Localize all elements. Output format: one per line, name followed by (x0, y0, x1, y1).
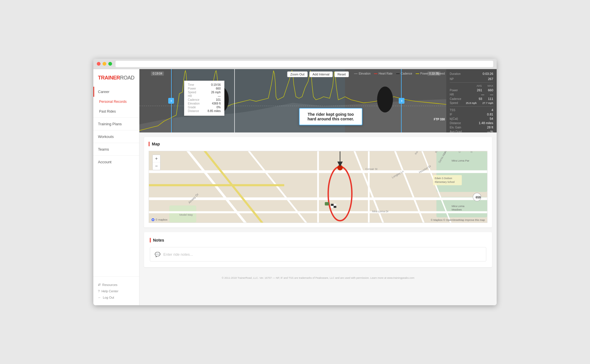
nav-divider-3 (93, 143, 139, 143)
notes-icon: 💬 (155, 252, 160, 257)
svg-text:Model Way: Model Way (179, 213, 193, 216)
sidebar-bottom: ⇄ Resources ? Help Center ← Log Out (93, 276, 139, 305)
oval-right (377, 87, 393, 113)
zoom-out-button[interactable]: Zoom Out (287, 71, 308, 77)
svg-text:Meadows: Meadows (452, 208, 462, 211)
legend-elevation: Elevation (354, 72, 370, 75)
sidebar-item-past-rides[interactable]: Past Rides (93, 107, 139, 116)
notes-placeholder: Enter ride notes... (163, 252, 193, 257)
mapbox-logo-icon (151, 218, 155, 221)
svg-text:Mira Loma: Mira Loma (452, 204, 465, 208)
help-center-link[interactable]: ? Help Center (98, 288, 135, 294)
minimize-button[interactable] (103, 62, 106, 66)
logout-link[interactable]: ← Log Out (98, 294, 135, 301)
svg-point-32 (337, 165, 343, 170)
url-bar[interactable] (116, 61, 493, 67)
main-content: 0:18:00 0:19:00 0:20:00 0:21:00 0:22:00 … (139, 69, 497, 305)
resources-icon: ⇄ (98, 283, 101, 287)
close-button[interactable] (97, 62, 101, 66)
map-section: Map (144, 137, 492, 227)
svg-rect-37 (325, 202, 329, 206)
sidebar-item-workouts[interactable]: Workouts (93, 132, 139, 142)
sidebar-item-career[interactable]: Career (93, 87, 139, 97)
sidebar-item-teams[interactable]: Teams (93, 144, 139, 154)
help-icon: ? (98, 289, 100, 293)
sidebar-item-personal-records[interactable]: Personal Records (93, 97, 139, 107)
chart-legend: Elevation Heart Rate Cadence Power (354, 72, 445, 75)
legend-power: Power (416, 72, 428, 75)
sidebar-item-training-plans[interactable]: Training Plans (93, 119, 139, 129)
nav-divider-4 (93, 156, 139, 156)
app-layout: TRAINERROAD Career Personal Records Past… (93, 69, 497, 305)
add-interval-button[interactable]: Add Interval (309, 71, 333, 77)
nav-section: Career Personal Records Past Rides Train… (93, 87, 139, 276)
svg-rect-36 (334, 206, 336, 208)
logo: TRAINERROAD (93, 69, 139, 87)
handle-btn-right[interactable]: ⏸ (399, 98, 404, 104)
reset-button[interactable]: Reset (334, 71, 349, 77)
map-zoom-out-button[interactable]: − (153, 162, 160, 170)
sidebar: TRAINERROAD Career Personal Records Past… (93, 69, 139, 305)
logo-road: ROAD (120, 75, 135, 81)
handle-btn-left[interactable]: ⏸ (168, 98, 174, 104)
ftp-label: FTP 330 (434, 118, 445, 121)
window-controls (97, 62, 112, 66)
map-zoom-in-button[interactable]: + (153, 155, 160, 162)
svg-text:659: 659 (476, 196, 481, 199)
app-window: TRAINERROAD Career Personal Records Past… (93, 59, 497, 305)
chart-stats: Duration 0:03:26 NP 267 AVG MAX Power (446, 69, 497, 132)
chart-tooltip: Time 0:19:56 Power 660 Speed 26 mph HR — (184, 81, 224, 116)
svg-rect-38 (433, 175, 462, 185)
map-title: Map (149, 142, 487, 146)
legend-cadence: Cadence (396, 72, 412, 75)
map-container[interactable]: Airway Dr Model Way Corsair St Longley L… (149, 151, 487, 223)
chart-area: 0:18:00 0:19:00 0:20:00 0:21:00 0:22:00 … (139, 69, 497, 132)
svg-text:Mira Loma Dr: Mira Loma Dr (372, 210, 389, 213)
map-controls: + − (152, 155, 160, 170)
legend-hr: Heart Rate (374, 72, 392, 75)
logo-trainer: TRAINER (98, 75, 120, 81)
resources-link[interactable]: ⇄ Resources (98, 281, 135, 288)
chart-toolbar: Zoom Out Add Interval Reset (287, 71, 349, 77)
svg-text:Mira Loma Par: Mira Loma Par (452, 159, 469, 162)
notes-title: Notes (150, 238, 486, 242)
footer: © 2011-2018 TrainerRoad, LLC. Ver. 16707… (139, 273, 497, 283)
annotation-box: The rider kept going too hard around thi… (299, 108, 362, 125)
legend-speed: Speed (432, 72, 445, 75)
notes-input[interactable]: 💬 Enter ride notes... (150, 247, 486, 261)
map-logo: © mapbox (151, 218, 167, 221)
svg-rect-35 (331, 204, 334, 206)
chart-time-left: 0:19:04 (151, 71, 164, 76)
maximize-button[interactable] (108, 62, 112, 66)
logout-icon: ← (98, 296, 101, 299)
svg-text:Corsair St: Corsair St (365, 167, 377, 170)
svg-point-53 (152, 219, 154, 220)
nav-divider-1 (93, 117, 139, 118)
sidebar-item-account[interactable]: Account (93, 157, 139, 167)
map-attribution: © Mapbox © OpenStreetMap Improve this ma… (431, 219, 485, 221)
map-svg: Airway Dr Model Way Corsair St Longley L… (149, 151, 487, 223)
notes-section: Notes 💬 Enter ride notes... (144, 232, 492, 267)
svg-text:Edwin S Dodson: Edwin S Dodson (435, 177, 452, 180)
svg-text:Elementary School: Elementary School (435, 181, 455, 183)
titlebar (93, 59, 497, 69)
nav-divider-2 (93, 130, 139, 130)
